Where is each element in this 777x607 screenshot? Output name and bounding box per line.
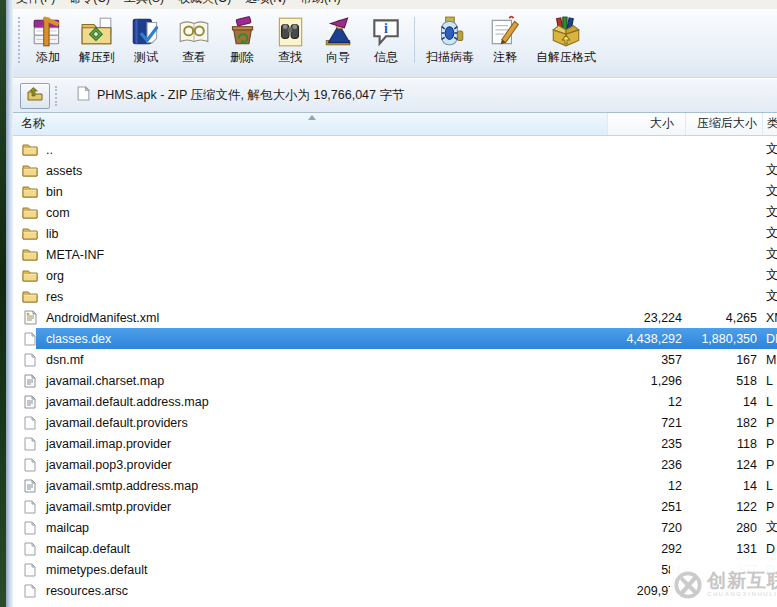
file-name: dsn.mf [43,353,87,367]
file-row[interactable]: javamail.default.address.map 12 14 L [13,391,777,412]
addressbar-gripper[interactable] [55,86,57,106]
column-header-row: 名称 大小 压缩后大小 类型 [13,113,777,136]
file-row[interactable]: javamail.imap.provider 235 118 P [13,433,777,454]
test-button[interactable]: 测试 [122,13,170,67]
file-row[interactable]: resources.arsc 209,976 [13,580,777,601]
add-icon [31,15,65,49]
file-name: javamail.charset.map [43,374,167,388]
file-row[interactable]: javamail.charset.map 1,296 518 L [13,370,777,391]
watermark: 创新互联 CHUANGXINHULIAN [670,562,777,607]
file-type: P [763,458,777,472]
file-type: 文件夹 [763,183,777,200]
file-icon [24,521,36,535]
file-row[interactable]: mailcap.default 292 131 D [13,538,777,559]
test-label: 测试 [134,50,158,64]
file-name: assets [43,164,85,178]
menu-tools[interactable]: 工具(S) [124,0,164,6]
archive-file-icon [77,86,90,105]
file-row[interactable]: dsn.mf 357 167 MF [13,349,777,370]
file-icon [24,584,36,598]
file-name: com [43,206,73,220]
text-document-icon [24,374,36,388]
file-row[interactable]: javamail.smtp.address.map 12 14 L [13,475,777,496]
svg-text:i: i [384,21,388,36]
file-icon [24,458,36,472]
toolbar-gripper[interactable] [18,17,20,63]
text-document-icon [24,395,36,409]
file-row[interactable]: javamail.default.providers 721 182 P [13,412,777,433]
file-size: 12 [608,395,686,409]
find-button[interactable]: 查找 [266,13,314,67]
file-list: .. 文件夹 assets 文件夹 [13,136,777,607]
menu-help[interactable]: 帮助(H) [300,0,341,6]
comment-button[interactable]: 注释 [481,13,529,67]
file-size: 251 [608,500,686,514]
file-packed-size: 182 [686,416,763,430]
folder-up-icon [27,87,43,105]
menu-options[interactable]: 选项(N) [245,0,286,6]
file-type: 文件夹 [763,141,777,158]
file-size: 4,438,292 [608,332,686,346]
file-row[interactable]: classes.dex 4,438,292 1,880,350 DEX [13,328,777,349]
find-label: 查找 [278,50,302,64]
menu-file[interactable]: 文件(F) [16,0,55,6]
file-name: bin [43,185,66,199]
file-size: 1,296 [608,374,686,388]
scan-virus-icon [433,15,467,49]
file-name: resources.arsc [43,584,131,598]
folder-icon [22,290,38,303]
delete-button[interactable]: 删除 [218,13,266,67]
file-row[interactable]: assets 文件夹 [13,160,777,181]
window-border [6,0,13,607]
file-name: javamail.imap.provider [43,437,174,451]
file-row[interactable]: res 文件夹 [13,286,777,307]
file-row[interactable]: .. 文件夹 [13,139,777,160]
file-name: mimetypes.default [43,563,150,577]
sfx-icon [549,15,583,49]
column-header-type[interactable]: 类型 [763,113,777,135]
file-name: classes.dex [43,332,114,346]
scan-virus-button[interactable]: 扫描病毒 [419,13,481,67]
file-name: javamail.pop3.provider [43,458,175,472]
file-row[interactable]: mailcap 720 280 文件 [13,517,777,538]
info-button[interactable]: i 信息 [362,13,410,67]
sfx-button[interactable]: 自解压格式 [529,13,603,67]
comment-icon [488,15,522,49]
menu-favorites[interactable]: 收藏夹(O) [178,0,231,6]
menu-commands[interactable]: 命令(C) [69,0,110,6]
column-header-packed-size[interactable]: 压缩后大小 [686,113,763,135]
file-name: mailcap.default [43,542,133,556]
add-button[interactable]: 添加 [24,13,72,67]
file-row[interactable]: org 文件夹 [13,265,777,286]
file-type: 文件夹 [763,246,777,263]
file-row[interactable]: bin 文件夹 [13,181,777,202]
file-name: res [43,290,66,304]
file-row[interactable]: lib 文件夹 [13,223,777,244]
file-size: 23,224 [608,311,686,325]
file-type: 文件夹 [763,288,777,305]
file-row[interactable]: javamail.smtp.provider 251 122 P [13,496,777,517]
watermark-logo-icon [673,570,703,600]
file-row[interactable]: mimetypes.default 581 207 D [13,559,777,580]
file-icon [24,563,36,577]
file-size: 357 [608,353,686,367]
file-row[interactable]: AndroidManifest.xml 23,224 4,265 XML [13,307,777,328]
view-button[interactable]: 查看 [170,13,218,67]
column-header-name[interactable]: 名称 [13,113,608,135]
archive-path-text[interactable]: PHMS.apk - ZIP 压缩文件, 解包大小为 19,766,047 字节 [97,87,405,104]
file-row[interactable]: com 文件夹 [13,202,777,223]
up-one-level-button[interactable] [20,83,50,109]
wizard-label: 向导 [326,50,350,64]
file-size: 720 [608,521,686,535]
extract-button[interactable]: 解压到 [72,13,122,67]
column-header-size[interactable]: 大小 [608,113,686,135]
folder-icon [22,248,38,261]
folder-icon [22,164,38,177]
file-row[interactable]: META-INF 文件夹 [13,244,777,265]
wizard-button[interactable]: 向导 [314,13,362,67]
file-row[interactable]: javamail.pop3.provider 236 124 P [13,454,777,475]
folder-icon [22,185,38,198]
file-size: 235 [608,437,686,451]
xml-document-icon [24,310,37,325]
file-type: 文件夹 [763,162,777,179]
